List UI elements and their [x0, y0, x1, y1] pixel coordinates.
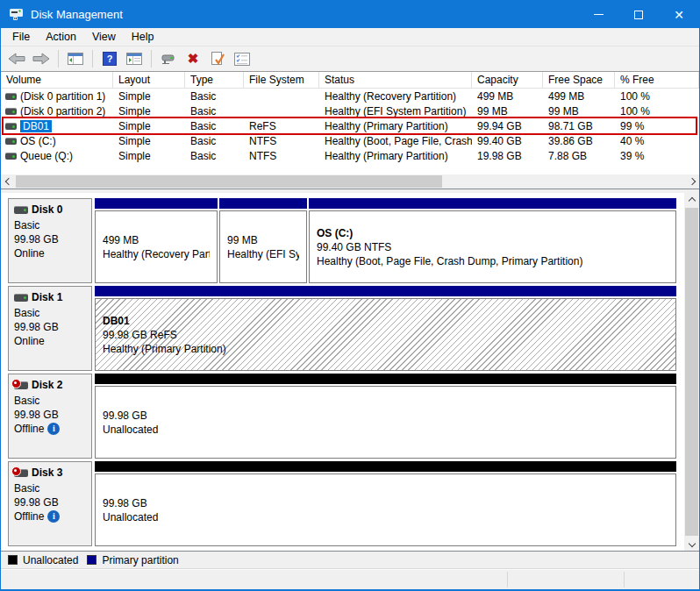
- partition-recovery[interactable]: 499 MB Healthy (Recovery Partition): [95, 198, 218, 283]
- show-console-tree-icon[interactable]: [65, 48, 86, 69]
- partition-efi[interactable]: 99 MB Healthy (EFI System Pa: [219, 198, 307, 283]
- volume-icon: [5, 108, 17, 115]
- menu-action[interactable]: Action: [38, 28, 84, 46]
- unallocated-color-bar: [95, 374, 676, 384]
- disk-graphics-pane: Disk 0 Basic 99.98 GB Online 499 MB Heal…: [1, 193, 699, 552]
- back-icon[interactable]: [6, 48, 27, 69]
- table-row-selected[interactable]: DB01 Simple Basic ReFS Healthy (Primary …: [1, 118, 699, 133]
- toolbar-separator: [151, 50, 152, 68]
- col-capacity[interactable]: Capacity: [472, 72, 543, 88]
- volume-list-pane: Volume Layout Type File System Status Ca…: [1, 72, 699, 189]
- properties-icon[interactable]: [232, 48, 253, 69]
- horizontal-scrollbar-thumb[interactable]: [16, 175, 442, 188]
- legend-primary-partition: Primary partition: [87, 554, 178, 566]
- volume-icon: [5, 123, 17, 130]
- info-icon[interactable]: i: [47, 510, 60, 523]
- table-row[interactable]: (Disk 0 partition 2) Simple Basic Health…: [1, 103, 699, 118]
- disk-icon: [14, 294, 28, 302]
- disk-management-window: Disk Management ✕ File Action View Help: [0, 0, 700, 591]
- unallocated-space[interactable]: 99.98 GB Unallocated: [95, 374, 676, 459]
- volume-icon: [5, 153, 17, 160]
- disk3-header[interactable]: Disk 3 Basic 99.98 GB Offlinei: [8, 461, 92, 546]
- unallocated-color-bar: [95, 461, 676, 472]
- col-type[interactable]: Type: [185, 72, 244, 88]
- menu-file[interactable]: File: [4, 28, 38, 46]
- status-bar-divider: [624, 572, 625, 587]
- legend-bar: Unallocated Primary partition: [1, 552, 699, 569]
- vertical-scrollbar-thumb[interactable]: [685, 208, 698, 536]
- toolbar-separator: [58, 50, 59, 68]
- partition-db01-selected[interactable]: DB01 99.98 GB ReFS Healthy (Primary Part…: [95, 286, 676, 371]
- partition-color-bar: [219, 198, 307, 209]
- col-pct-free[interactable]: % Free: [615, 72, 699, 88]
- disk1-header[interactable]: Disk 1 Basic 99.98 GB Online: [8, 286, 92, 371]
- table-row[interactable]: OS (C:) Simple Basic NTFS Healthy (Boot,…: [1, 133, 699, 148]
- delete-volume-icon[interactable]: ✖: [182, 48, 204, 69]
- menu-help[interactable]: Help: [124, 28, 162, 46]
- disk-offline-icon: [14, 381, 28, 389]
- unallocated-swatch: [8, 555, 18, 565]
- scroll-up-icon[interactable]: [684, 193, 699, 208]
- volume-icon: [5, 138, 17, 145]
- partition-os-c[interactable]: OS (C:) 99.40 GB NTFS Healthy (Boot, Pag…: [309, 198, 676, 283]
- disk-row: Disk 2 Basic 99.98 GB Offlinei 99.98 GB …: [8, 374, 676, 459]
- close-button[interactable]: ✕: [659, 1, 699, 28]
- scroll-left-icon[interactable]: [1, 174, 16, 189]
- col-free-space[interactable]: Free Space: [543, 72, 615, 88]
- volume-icon: [5, 93, 17, 100]
- forward-icon[interactable]: [31, 48, 52, 69]
- partition-color-bar: [95, 286, 676, 296]
- title-bar: Disk Management ✕: [1, 1, 699, 28]
- toolbar-separator: [92, 50, 93, 68]
- info-icon[interactable]: i: [47, 423, 60, 435]
- svg-text:?: ?: [107, 53, 113, 64]
- show-action-pane-icon[interactable]: [124, 48, 145, 69]
- col-status[interactable]: Status: [319, 72, 472, 88]
- col-file-system[interactable]: File System: [244, 72, 319, 88]
- col-volume[interactable]: Volume: [1, 72, 113, 88]
- table-header: Volume Layout Type File System Status Ca…: [1, 72, 699, 89]
- unallocated-space[interactable]: 99.98 GB Unallocated: [95, 461, 676, 546]
- disk-row: Disk 0 Basic 99.98 GB Online 499 MB Heal…: [8, 198, 676, 283]
- disk-row: Disk 3 Basic 99.98 GB Offlinei 99.98 GB …: [8, 461, 676, 546]
- help-icon[interactable]: ?: [99, 48, 120, 69]
- scroll-right-icon[interactable]: [684, 174, 699, 189]
- partition-color-bar: [95, 198, 218, 209]
- disk-view-icon[interactable]: [158, 48, 179, 69]
- scroll-down-icon[interactable]: [684, 536, 699, 551]
- table-row[interactable]: Queue (Q:) Simple Basic NTFS Healthy (Pr…: [1, 148, 699, 163]
- horizontal-scrollbar[interactable]: [1, 174, 699, 189]
- vertical-scrollbar[interactable]: [684, 193, 699, 551]
- legend-unallocated: Unallocated: [8, 554, 78, 566]
- window-title: Disk Management: [31, 8, 123, 21]
- toolbar: ? ✖: [1, 46, 699, 72]
- menu-bar: File Action View Help: [1, 28, 699, 46]
- disk-row: Disk 1 Basic 99.98 GB Online DB01 99.98 …: [8, 286, 676, 371]
- status-bar-divider: [507, 572, 508, 587]
- status-bar: [1, 569, 699, 589]
- selected-volume-name: DB01: [20, 120, 52, 132]
- disk0-header[interactable]: Disk 0 Basic 99.98 GB Online: [8, 198, 92, 283]
- disk-management-app-icon: [9, 8, 24, 21]
- table-row[interactable]: (Disk 0 partition 1) Simple Basic Health…: [1, 89, 699, 103]
- disk-icon: [14, 206, 28, 214]
- disk2-header[interactable]: Disk 2 Basic 99.98 GB Offlinei: [8, 374, 92, 459]
- minimize-button[interactable]: [578, 1, 618, 28]
- maximize-button[interactable]: [618, 1, 659, 28]
- mark-partition-active-icon[interactable]: [207, 48, 228, 69]
- col-layout[interactable]: Layout: [113, 72, 185, 88]
- partition-color-bar: [309, 198, 676, 209]
- menu-view[interactable]: View: [84, 28, 124, 46]
- disk-offline-icon: [14, 469, 28, 477]
- primary-partition-swatch: [87, 555, 96, 565]
